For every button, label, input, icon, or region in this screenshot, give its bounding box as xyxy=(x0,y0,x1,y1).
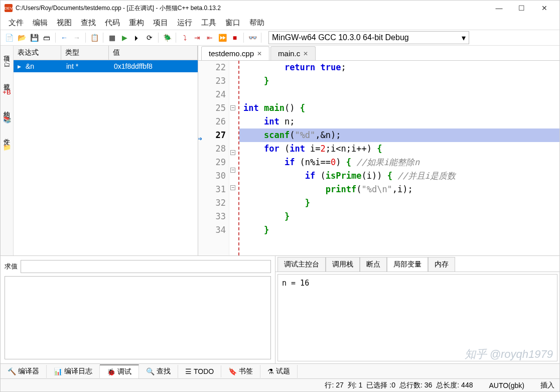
save-icon[interactable]: 💾 xyxy=(29,32,40,43)
debug-tab[interactable]: 调试主控台 xyxy=(277,257,326,272)
close-icon[interactable]: ✕ xyxy=(303,50,308,57)
watch-row[interactable]: ▸ &n int * 0x1f8ddffbf8 xyxy=(14,60,198,72)
save-all-icon[interactable]: 🗃 xyxy=(41,32,52,43)
code-line[interactable]: } xyxy=(239,74,559,88)
editor-tab[interactable]: testdemo.cpp ✕ xyxy=(201,46,269,60)
menu-项目[interactable]: 项目 xyxy=(149,17,172,29)
side-tab-folder-icon[interactable]: 🗂 xyxy=(3,58,11,71)
stop-icon[interactable]: ■ xyxy=(229,32,240,43)
statusbar: 行: 27 列: 1 已选择 :0 总行数: 36 总长度: 448 AUTO(… xyxy=(1,378,559,391)
glasses-icon[interactable]: 👓 xyxy=(247,32,258,43)
code-line[interactable]: if (isPrime(i)) { //并且i是质数 xyxy=(239,169,559,183)
menu-代码[interactable]: 代码 xyxy=(101,17,124,29)
bottom-tab[interactable]: 🔨编译器 xyxy=(1,365,47,378)
tab-label: 试题 xyxy=(276,367,290,376)
menu-运行[interactable]: 运行 xyxy=(173,17,196,29)
watch-row-type: int * xyxy=(62,60,110,72)
compile-run-icon[interactable]: ⏵ xyxy=(131,32,143,43)
debug-tab[interactable]: 断点 xyxy=(360,257,387,272)
eval-panel: 求值 xyxy=(1,256,275,363)
code-line[interactable]: if (n%i==0) { //如果i能整除n xyxy=(239,156,559,169)
run-icon[interactable]: ▶ xyxy=(119,32,130,43)
editor-tab[interactable]: main.c ✕ xyxy=(270,46,316,60)
watch-header-value[interactable]: 值 xyxy=(109,46,198,60)
tab-label: 查找 xyxy=(157,367,171,376)
bottom-tab[interactable]: 🐞调试 xyxy=(100,364,139,378)
close-button[interactable]: ✕ xyxy=(533,1,555,15)
new-file-icon[interactable]: 📄 xyxy=(4,32,15,43)
watch-header-expr[interactable]: 表达式 xyxy=(14,46,61,60)
paste-icon[interactable]: 📋 xyxy=(89,32,100,43)
fold-icon[interactable]: − xyxy=(230,150,235,155)
debug-tab[interactable]: 调用栈 xyxy=(326,257,360,272)
side-tab-structure[interactable]: 结构 xyxy=(2,103,13,109)
menu-文件[interactable]: 文件 xyxy=(5,17,28,29)
fold-icon[interactable]: − xyxy=(230,168,235,173)
code-line[interactable]: printf("%d\n",i); xyxy=(239,183,559,196)
menu-查找[interactable]: 查找 xyxy=(77,17,100,29)
tab-label: 书签 xyxy=(239,367,253,376)
debug-tab[interactable]: 内存 xyxy=(428,257,455,272)
open-folder-icon[interactable]: 📂 xyxy=(16,32,27,43)
status-line: 行: 27 xyxy=(325,381,343,390)
watch-header-type[interactable]: 类型 xyxy=(61,46,109,60)
status-insert-mode: 插入 xyxy=(540,381,554,390)
rebuild-icon[interactable]: ⟳ xyxy=(144,32,155,43)
bottom-tab[interactable]: 📊编译日志 xyxy=(47,365,100,378)
code-line[interactable] xyxy=(239,88,559,101)
maximize-button[interactable]: ☐ xyxy=(510,1,533,15)
tab-icon: 🔍 xyxy=(146,367,155,375)
menu-工具[interactable]: 工具 xyxy=(197,17,220,29)
compile-icon[interactable]: ▦ xyxy=(106,32,117,43)
minimize-button[interactable]: — xyxy=(488,1,510,15)
bottom-tab[interactable]: ☰TODO xyxy=(178,365,221,377)
code-line[interactable]: } xyxy=(239,196,559,210)
side-tab-watch[interactable]: 监视 xyxy=(2,75,13,81)
fold-icon[interactable]: − xyxy=(230,185,235,190)
debug-tabs: 调试主控台调用栈断点局部变量内存 xyxy=(275,256,559,272)
menu-窗口[interactable]: 窗口 xyxy=(221,17,244,29)
code-line[interactable]: } xyxy=(239,223,559,237)
code-line[interactable]: return true; xyxy=(239,61,559,74)
forward-icon[interactable]: → xyxy=(71,32,82,43)
step-out-icon[interactable]: ⇤ xyxy=(204,32,215,43)
code-line[interactable]: int n; xyxy=(239,115,559,128)
eval-input[interactable] xyxy=(21,260,271,273)
menu-编辑[interactable]: 编辑 xyxy=(29,17,52,29)
debug-icon[interactable]: 🪲 xyxy=(162,32,173,43)
editor-area: testdemo.cpp ✕main.c ✕ 2223242526⇒272829… xyxy=(198,46,559,255)
tab-icon: 📊 xyxy=(54,367,62,375)
step-over-icon[interactable]: ⤵ xyxy=(179,32,190,43)
menu-视图[interactable]: 视图 xyxy=(53,17,76,29)
side-tab-breakpoint-icon[interactable]: +B xyxy=(2,85,12,99)
compiler-select[interactable]: MinGW-w64 GCC 10.3.0 64-bit Debug ▾ xyxy=(268,31,469,44)
step-into-icon[interactable]: ⇥ xyxy=(192,32,203,43)
menu-帮助[interactable]: 帮助 xyxy=(245,17,268,29)
side-tab-files-icon[interactable]: 📁 xyxy=(2,141,12,154)
side-tab-files[interactable]: 文件 xyxy=(2,130,13,137)
menu-重构[interactable]: 重构 xyxy=(125,17,148,29)
code-lines[interactable]: return true; }int main() { int n; scanf(… xyxy=(239,61,559,255)
code-line[interactable]: for (int i=2;i<n;i++) { xyxy=(239,142,559,156)
line-gutter[interactable]: 2223242526⇒2728293031323334 xyxy=(198,61,229,255)
continue-icon[interactable]: ⏩ xyxy=(217,32,228,43)
code-area[interactable]: 2223242526⇒2728293031323334 −−−− return … xyxy=(198,61,559,255)
bottom-tab[interactable]: 🔍查找 xyxy=(139,365,178,378)
back-icon[interactable]: ← xyxy=(59,32,70,43)
code-line[interactable]: scanf("%d",&n); xyxy=(239,128,559,142)
fold-icon[interactable]: − xyxy=(230,105,235,110)
debug-tab[interactable]: 局部变量 xyxy=(387,257,428,272)
close-icon[interactable]: ✕ xyxy=(257,50,262,57)
eval-output xyxy=(5,276,271,359)
tab-label: 调试 xyxy=(117,367,131,376)
bottom-tab[interactable]: ⚗试题 xyxy=(260,365,298,378)
fold-column[interactable]: −−−− xyxy=(229,61,236,255)
side-tab-project[interactable]: 项目 xyxy=(2,48,13,54)
bottom-tab[interactable]: 🔖书签 xyxy=(221,365,260,378)
tab-label: main.c xyxy=(278,49,300,58)
code-line[interactable]: } xyxy=(239,210,559,223)
chevron-down-icon: ▾ xyxy=(462,33,466,43)
tab-label: TODO xyxy=(194,367,214,375)
side-tab-struct-icon[interactable]: 📚 xyxy=(2,113,12,126)
code-line[interactable]: int main() { xyxy=(239,101,559,115)
